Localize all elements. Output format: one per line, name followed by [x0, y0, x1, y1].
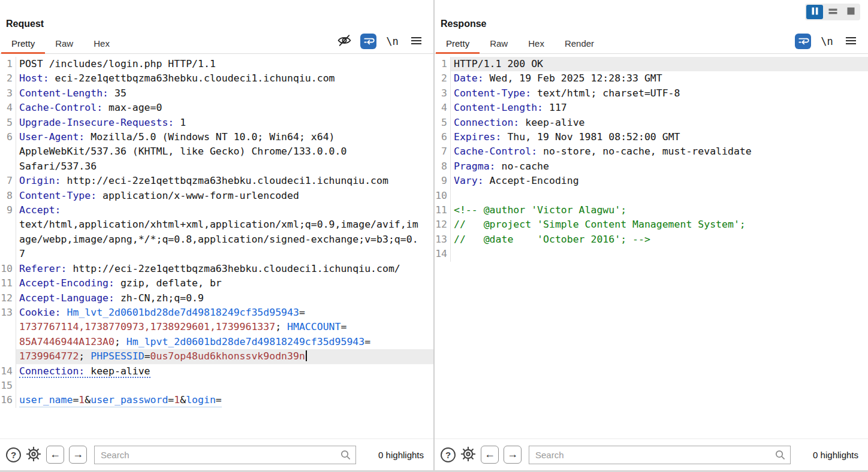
settings-button[interactable] [26, 446, 41, 464]
show-newlines-button[interactable]: \n [384, 34, 400, 49]
highlights-count: 0 highlights [378, 450, 425, 460]
help-button[interactable]: ? [441, 447, 456, 462]
editor-menu-button[interactable] [843, 34, 859, 49]
help-button[interactable]: ? [6, 447, 21, 462]
code-line[interactable]: Host: eci-2ze1qettbqzma63hebku.cloudeci1… [16, 71, 433, 86]
code-line[interactable]: 1737767114,1738770973,1738929601,1739961… [16, 320, 433, 334]
search-next-button[interactable]: → [69, 446, 87, 464]
code-row: 85A7446944A123A0; Hm_lpvt_2d0601bd28de7d… [0, 335, 433, 349]
line-number: 3 [435, 86, 451, 101]
line-number: 4 [435, 101, 451, 115]
code-row: 12Accept-Language: zh-CN,zh;q=0.9 [0, 291, 433, 305]
code-row: 16user_name=1&user_password=1&login= [0, 393, 433, 407]
code-line[interactable]: Connection: keep-alive [16, 364, 433, 379]
code-line[interactable] [451, 189, 868, 203]
code-row: text/html,application/xhtml+xml,applicat… [0, 217, 433, 232]
search-previous-button[interactable]: ← [481, 446, 499, 464]
tab-pretty[interactable]: Pretty [436, 33, 480, 54]
editor-menu-button[interactable] [408, 34, 424, 49]
code-row: 6User-Agent: Mozilla/5.0 (Windows NT 10.… [0, 130, 433, 144]
code-line[interactable] [16, 379, 433, 393]
line-number: 13 [435, 232, 451, 247]
code-line[interactable]: AppleWebKit/537.36 (KHTML, like Gecko) C… [16, 144, 433, 159]
code-line[interactable]: Vary: Accept-Encoding [451, 174, 868, 188]
code-line[interactable]: POST /includes/login.php HTTP/1.1 [16, 57, 433, 71]
code-line[interactable]: Cache-Control: no-store, no-cache, must-… [451, 144, 868, 159]
newline-icon: \n [386, 35, 398, 47]
code-line[interactable]: Content-Length: 117 [451, 101, 868, 115]
line-number [0, 232, 16, 247]
code-line[interactable]: 7 [16, 247, 433, 261]
code-line[interactable]: age/webp,image/apng,*/*;q=0.8,applicatio… [16, 232, 433, 247]
code-line[interactable]: Accept: [16, 203, 433, 217]
hide-nonprinting-button[interactable] [336, 34, 352, 49]
code-line[interactable]: Upgrade-Insecure-Requests: 1 [16, 116, 433, 130]
code-line[interactable]: Safari/537.36 [16, 159, 433, 174]
code-line[interactable]: <!-- @author 'Victor Alagwu'; [451, 203, 868, 217]
code-line[interactable]: User-Agent: Mozilla/5.0 (Windows NT 10.0… [16, 130, 433, 144]
highlights-count: 0 highlights [813, 450, 860, 460]
code-line[interactable]: // @project 'Simple Content Management S… [451, 217, 868, 232]
code-row: Safari/537.36 [0, 159, 433, 174]
tab-pretty[interactable]: Pretty [1, 33, 45, 54]
word-wrap-toggle-button[interactable] [360, 34, 376, 49]
code-line[interactable]: Pragma: no-cache [451, 159, 868, 174]
code-line[interactable]: Content-Type: application/x-www-form-url… [16, 189, 433, 203]
code-line[interactable]: Content-Length: 35 [16, 86, 433, 101]
word-wrap-toggle-button[interactable] [795, 34, 811, 49]
tab-render[interactable]: Render [554, 33, 604, 54]
search-next-button[interactable]: → [504, 446, 522, 464]
code-line[interactable]: Cache-Control: max-age=0 [16, 101, 433, 115]
code-line[interactable]: Connection: keep-alive [451, 116, 868, 130]
code-line[interactable]: Cookie: Hm_lvt_2d0601bd28de7d49818249cf3… [16, 305, 433, 320]
code-line[interactable]: Expires: Thu, 19 Nov 1981 08:52:00 GMT [451, 130, 868, 144]
code-row: 12// @project 'Simple Content Management… [435, 217, 868, 232]
code-line[interactable]: Date: Wed, 19 Feb 2025 12:28:33 GMT [451, 71, 868, 86]
search-input[interactable] [94, 446, 356, 464]
code-line[interactable]: Origin: http://eci-2ze1qettbqzma63hebku.… [16, 174, 433, 188]
code-line[interactable]: // @date 'October 2016'; --> [451, 232, 868, 247]
response-tab-bar: PrettyRawHexRender [435, 33, 604, 54]
search-previous-button[interactable]: ← [46, 446, 64, 464]
request-search-bar: ? ← → [0, 438, 433, 470]
code-line[interactable]: Accept-Language: zh-CN,zh;q=0.9 [16, 291, 433, 305]
line-number: 5 [0, 116, 16, 130]
response-search [529, 446, 791, 464]
code-row: 2Host: eci-2ze1qettbqzma63hebku.cloudeci… [0, 71, 433, 86]
code-line[interactable]: text/html,application/xhtml+xml,applicat… [16, 217, 433, 232]
tab-hex[interactable]: Hex [518, 33, 554, 54]
code-row: AppleWebKit/537.36 (KHTML, like Gecko) C… [0, 144, 433, 159]
code-row: 10Referer: http://eci-2ze1qettbqzma63heb… [0, 262, 433, 276]
response-editor[interactable]: 1HTTP/1.1 200 OK2Date: Wed, 19 Feb 2025 … [435, 54, 868, 438]
line-number: 10 [435, 189, 451, 203]
line-number: 14 [0, 364, 16, 379]
tab-hex[interactable]: Hex [83, 33, 120, 54]
line-number: 15 [0, 379, 16, 393]
code-row: 1HTTP/1.1 200 OK [435, 57, 868, 71]
line-number [0, 217, 16, 232]
code-row: 7Origin: http://eci-2ze1qettbqzma63hebku… [0, 174, 433, 188]
code-line[interactable]: user_name=1&user_password=1&login= [16, 393, 433, 407]
code-line[interactable]: Accept-Encoding: gzip, deflate, br [16, 276, 433, 291]
tab-raw[interactable]: Raw [45, 33, 83, 54]
line-number: 7 [0, 174, 16, 188]
code-line[interactable]: 85A7446944A123A0; Hm_lpvt_2d0601bd28de7d… [16, 335, 433, 349]
code-row: 13// @date 'October 2016'; --> [435, 232, 868, 247]
code-line[interactable]: HTTP/1.1 200 OK [451, 57, 868, 71]
code-line[interactable]: 1739964772; PHPSESSID=0us7op48ud6khonssv… [16, 349, 433, 364]
code-row: 4Cache-Control: max-age=0 [0, 101, 433, 115]
line-number [0, 320, 16, 334]
code-line[interactable]: Content-Type: text/html; charset=UTF-8 [451, 86, 868, 101]
request-panel: Request PrettyRawHex [0, 0, 433, 470]
tab-raw[interactable]: Raw [480, 33, 518, 54]
line-number: 1 [0, 57, 16, 71]
show-newlines-button[interactable]: \n [819, 34, 835, 49]
line-number: 7 [435, 144, 451, 159]
code-line[interactable]: Referer: http://eci-2ze1qettbqzma63hebku… [16, 262, 433, 276]
code-line[interactable] [451, 247, 868, 261]
search-input[interactable] [529, 446, 791, 464]
settings-button[interactable] [460, 446, 476, 464]
request-editor[interactable]: 1POST /includes/login.php HTTP/1.12Host:… [0, 54, 433, 438]
code-row: 9Accept: [0, 203, 433, 217]
code-row: 3Content-Length: 35 [0, 86, 433, 101]
